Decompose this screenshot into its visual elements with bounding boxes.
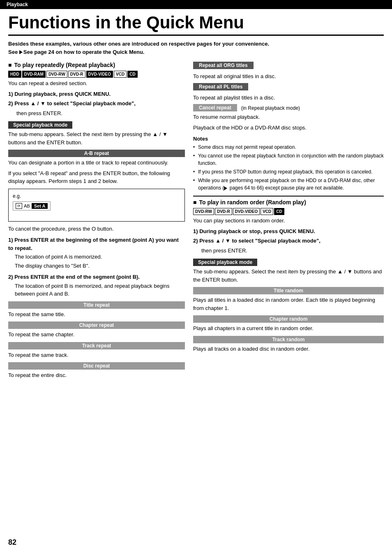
special-playback-mode-badge-left: Special playback mode xyxy=(8,121,72,129)
track-repeat-para: To repeat the same track. xyxy=(8,351,185,359)
two-col-layout: To play repeatedly (Repeat playback) HDD… xyxy=(8,62,384,382)
ab-para2: If you select "A-B repeat" and press the… xyxy=(8,169,185,185)
notes-title: Notes xyxy=(193,136,384,142)
note-3: If you press the STOP button during repe… xyxy=(193,168,384,176)
random-step2-line2: then press ENTER. xyxy=(193,247,384,255)
tag-vcd: VCD xyxy=(114,71,127,78)
chapter-random-para: Plays all chapters in a current title in… xyxy=(193,324,384,333)
note-2: You cannot use the repeat playback funct… xyxy=(193,152,384,167)
ab-repeat-badge: A-B repeat xyxy=(8,150,185,157)
eg-inner: ⟳ AB Set A xyxy=(13,201,51,210)
random-section-header: To play in random order (Random play) xyxy=(193,199,384,206)
eg-box: e.g. ⟳ AB Set A xyxy=(8,189,185,222)
format-tags-repeat: HDD DVD-RAM DVD-RW DVD-R DVD-VIDEO VCD C… xyxy=(8,71,185,78)
intro-line1: Besides these examples, various other on… xyxy=(8,41,269,47)
right-column: Repeat all ORG titles To repeat all orig… xyxy=(193,62,384,382)
special-mode-para-left: The sub-menu appears. Select the next it… xyxy=(8,130,185,146)
set-a-badge: Set A xyxy=(32,203,48,209)
page-title: Functions in the Quick Menu xyxy=(8,13,384,36)
press-enter-1-sub1: The location of point A is memorized. xyxy=(8,253,185,261)
press-enter-2-header: 2) Press ENTER at the end of the segment… xyxy=(8,273,185,281)
step2-line2: then press ENTER. xyxy=(8,109,185,118)
topbar-label: Playback xyxy=(7,2,28,7)
random-step2-line1: 2) Press ▲ / ▼ to select "Special playba… xyxy=(193,237,384,245)
random-section-title: To play in random order (Random play) xyxy=(199,199,306,206)
tag-cd: CD xyxy=(127,71,137,78)
track-random-badge: Track random xyxy=(193,336,384,343)
intro-text: Besides these examples, various other on… xyxy=(8,40,384,56)
special-mode-para-right: The sub-menu appears. Select the next it… xyxy=(193,268,384,284)
tag-dvdram: DVD-RAM xyxy=(22,71,46,78)
track-random-para: Plays all tracks on a loaded disc in ran… xyxy=(193,345,384,353)
press-enter-1-header: 1) Press ENTER at the beginning of the s… xyxy=(8,236,185,252)
tag-hdd: HDD xyxy=(8,71,21,78)
left-column: To play repeatedly (Repeat playback) HDD… xyxy=(8,62,185,382)
eg-label: e.g. xyxy=(13,193,180,199)
repeat-pl-badge: Repeat all PL titles xyxy=(193,83,248,90)
cancel-para: To cancel the procedure, press the O but… xyxy=(8,225,185,233)
note-1: Some discs may not permit repeat operati… xyxy=(193,143,384,151)
repeat-pl-para: To repeat all playlist titles in a disc. xyxy=(193,94,384,102)
divider xyxy=(193,196,384,197)
tag-random-vcd: VCD xyxy=(261,208,273,215)
track-repeat-badge: Track repeat xyxy=(8,342,185,349)
disc-repeat-badge: Disc repeat xyxy=(8,362,185,370)
ab-para1: You can designate a portion in a title o… xyxy=(8,159,185,167)
repeat-icon: ⟳ xyxy=(16,203,22,209)
title-repeat-para: To repeat the same title. xyxy=(8,310,185,319)
tag-dvdrw: DVD-RW xyxy=(46,71,67,78)
cancel-repeat-para1: To resume normal playback. xyxy=(193,113,384,121)
repeat-intro-para: You can repeat a desired section. xyxy=(8,79,185,88)
chapter-random-badge: Chapter random xyxy=(193,315,384,323)
repeat-section-header: To play repeatedly (Repeat playback) xyxy=(8,62,185,68)
note-4: While you are performing repeat playback… xyxy=(193,177,384,192)
cancel-repeat-line: Cancel repeat (in Repeat playback mode) xyxy=(193,104,384,111)
chapter-repeat-para: To repeat the same chapter. xyxy=(8,331,185,339)
cancel-repeat-para2: Playback of the HDD or a DVD-RAM disc st… xyxy=(193,124,384,132)
title-random-para: Plays all titles in a loaded disc in ran… xyxy=(193,296,384,312)
tag-dvdr: DVD-R xyxy=(68,71,85,78)
random-step1: 1) During playback or stop, press QUICK … xyxy=(193,227,384,236)
title-repeat-badge: Title repeat xyxy=(8,301,185,309)
repeat-org-badge: Repeat all ORG titles xyxy=(193,62,254,69)
arrow-icon-note xyxy=(224,186,227,190)
title-random-badge: Title random xyxy=(193,287,384,294)
format-tags-random: DVD-RW DVD-R DVD-VIDEO VCD CD xyxy=(193,208,384,215)
tag-dvdvideo: DVD-VIDEO xyxy=(86,71,113,78)
top-bar: Playback xyxy=(0,0,392,9)
repeat-section-title: To play repeatedly (Repeat playback) xyxy=(14,62,115,68)
intro-line2-prefix: See xyxy=(8,49,19,55)
page-number: 82 xyxy=(8,538,16,547)
repeat-org-para: To repeat all original titles in a disc. xyxy=(193,72,384,81)
arrow-icon xyxy=(19,50,23,54)
tag-random-dvdrw: DVD-RW xyxy=(193,208,214,215)
tag-random-dvdr: DVD-R xyxy=(215,208,232,215)
tag-random-cd: CD xyxy=(274,208,284,215)
tag-random-dvdvideo: DVD-VIDEO xyxy=(233,208,260,215)
step2-line1: 2) Press ▲ / ▼ to select "Special playba… xyxy=(8,99,185,108)
intro-line2-suffix: See page 24 on how to operate the Quick … xyxy=(23,49,145,55)
special-playback-mode-badge-right: Special playback mode xyxy=(193,259,257,266)
random-intro: You can play sections in random order. xyxy=(193,217,384,225)
disc-repeat-para: To repeat the entire disc. xyxy=(8,371,185,379)
eg-icon-symbols: AB xyxy=(24,204,30,208)
page-wrapper: Playback Functions in the Quick Menu Bes… xyxy=(0,0,392,555)
main-content: Functions in the Quick Menu Besides thes… xyxy=(0,9,392,390)
cancel-repeat-badge: Cancel repeat xyxy=(193,104,237,111)
notes-section: Notes Some discs may not permit repeat o… xyxy=(193,136,384,192)
press-enter-1-sub2: The display changes to "Set B". xyxy=(8,262,185,270)
cancel-repeat-inline: (in Repeat playback mode) xyxy=(241,105,300,111)
chapter-repeat-badge: Chapter repeat xyxy=(8,321,185,329)
step1: 1) During playback, press QUICK MENU. xyxy=(8,90,185,98)
press-enter-2-sub1: The location of point B is memorized, an… xyxy=(8,282,185,298)
